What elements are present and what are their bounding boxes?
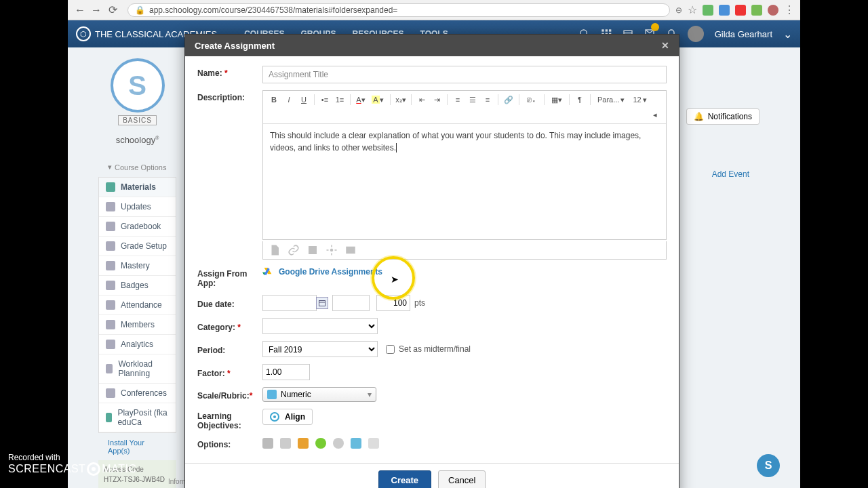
sidebar-item-materials[interactable]: Materials: [99, 178, 176, 197]
option-submission-icon[interactable]: [298, 438, 309, 449]
name-label: Name: *: [197, 66, 262, 78]
midterm-checkbox[interactable]: [386, 345, 395, 354]
forward-button[interactable]: →: [90, 3, 103, 17]
sidebar-item-mastery[interactable]: Mastery: [99, 256, 176, 276]
numeric-icon: [267, 390, 277, 399]
ext-4[interactable]: [751, 5, 762, 16]
font-size-select[interactable]: 12 ▾: [629, 94, 650, 106]
subscript-button[interactable]: x₂▾: [394, 93, 408, 106]
modal-body: Name: * Description: B I U •≡ 1≡ A▾ A▾: [185, 56, 679, 463]
google-drive-row[interactable]: Google Drive Assignments: [262, 266, 667, 277]
url-bar[interactable]: 🔒 app.schoology.com/course/2304467538/ma…: [127, 3, 670, 17]
letterbox-left: [0, 0, 68, 488]
updates-icon: [106, 202, 115, 211]
close-icon[interactable]: ✕: [661, 40, 669, 51]
sidebar-item-conferences[interactable]: Conferences: [99, 384, 176, 403]
svg-rect-4: [609, 29, 611, 31]
sidebar-item-playposit[interactable]: PlayPosit (fka eduCa: [99, 403, 176, 432]
access-code: HTZX-TSJ6-JWB4D: [104, 476, 171, 483]
category-label: Category: *: [197, 320, 262, 332]
option-copy-icon[interactable]: [368, 438, 379, 449]
attachment-bar: [262, 241, 667, 260]
align-center-button[interactable]: ☰: [466, 93, 479, 106]
scale-label: Scale/Rubric:*: [197, 388, 262, 401]
resource-icon[interactable]: [307, 244, 319, 256]
category-select[interactable]: [262, 318, 378, 334]
sidebar-item-updates[interactable]: Updates: [99, 197, 176, 217]
expand-button[interactable]: ◂: [648, 108, 662, 121]
assign-from-label: Assign From App:: [197, 266, 262, 288]
bullet-list-button[interactable]: •≡: [318, 93, 332, 106]
points-label: pts: [414, 298, 425, 308]
zoom-icon[interactable]: ⊖: [675, 5, 682, 15]
create-assignment-modal: Create Assignment ✕ Name: * Description:…: [184, 34, 679, 488]
paragraph-select[interactable]: Para...▾: [594, 94, 628, 106]
sidebar-item-grade-setup[interactable]: Grade Setup: [99, 237, 176, 256]
special-button[interactable]: ¶: [573, 93, 587, 106]
points-input[interactable]: [376, 295, 410, 311]
profile-icon[interactable]: [768, 5, 778, 16]
chevron-down-icon[interactable]: ⌄: [783, 28, 792, 41]
ext-2[interactable]: [719, 5, 730, 16]
file-icon[interactable]: [269, 244, 281, 256]
avatar[interactable]: [688, 26, 704, 42]
period-select[interactable]: Fall 2019: [262, 341, 378, 357]
back-button[interactable]: ←: [73, 3, 87, 17]
number-list-button[interactable]: 1≡: [333, 93, 347, 106]
align-right-button[interactable]: ≡: [481, 93, 494, 106]
option-grade-icon[interactable]: [333, 438, 344, 449]
sidebar-item-workload[interactable]: Workload Planning: [99, 354, 176, 384]
sidebar-item-badges[interactable]: Badges: [99, 276, 176, 296]
reload-button[interactable]: ⟳: [106, 3, 119, 17]
editor-content[interactable]: This should include a clear explanation …: [263, 124, 666, 239]
due-date-input[interactable]: [262, 295, 317, 311]
indent-button[interactable]: ⇥: [430, 93, 443, 106]
bold-button[interactable]: B: [267, 93, 281, 106]
link-button[interactable]: 🔗: [502, 93, 515, 106]
option-comment-icon[interactable]: [351, 438, 361, 449]
factor-input[interactable]: [262, 364, 310, 380]
table-button[interactable]: ▦▾: [548, 93, 566, 106]
link-attach-icon[interactable]: [288, 244, 300, 256]
outdent-button[interactable]: ⇤: [415, 93, 429, 106]
brand-icon: ⬡: [76, 26, 91, 41]
floating-help-button[interactable]: S: [757, 454, 780, 477]
modal-title: Create Assignment: [195, 41, 275, 51]
align-left-button[interactable]: ≡: [451, 93, 465, 106]
ext-3[interactable]: [735, 5, 746, 16]
highlight-button[interactable]: A▾: [369, 93, 387, 106]
cancel-button[interactable]: Cancel: [438, 470, 486, 488]
notifications-button[interactable]: 🔔 Notifications: [686, 108, 760, 125]
sidebar-item-analytics[interactable]: Analytics: [99, 335, 176, 354]
watermark-line1: Recorded with: [8, 453, 136, 462]
create-button[interactable]: Create: [378, 470, 431, 488]
calendar-button[interactable]: [316, 297, 328, 309]
sidebar-item-attendance[interactable]: Attendance: [99, 296, 176, 315]
tool-icon[interactable]: [326, 244, 338, 256]
align-button[interactable]: Align: [262, 409, 313, 425]
add-event-link[interactable]: Add Event: [712, 169, 749, 179]
option-individual-icon[interactable]: [262, 438, 273, 449]
due-time-input[interactable]: [332, 295, 370, 311]
google-drive-icon: [262, 266, 273, 277]
clear-format-button[interactable]: ⎚▾: [523, 93, 540, 106]
media-icon[interactable]: [344, 244, 357, 256]
ext-1[interactable]: [703, 5, 713, 16]
name-input[interactable]: [262, 66, 667, 83]
scale-select[interactable]: Numeric ▾: [262, 387, 376, 402]
editor-toolbar: B I U •≡ 1≡ A▾ A▾ x₂▾ ⇤ ⇥: [263, 91, 666, 124]
badges-icon: [106, 281, 115, 290]
text-color-button[interactable]: A▾: [354, 93, 368, 106]
option-lock-icon[interactable]: [280, 438, 291, 449]
option-publish-icon[interactable]: [315, 438, 326, 449]
midterm-label: Set as midterm/final: [399, 344, 471, 354]
course-options[interactable]: ▾Course Options: [98, 157, 176, 177]
star-icon[interactable]: ☆: [688, 3, 697, 16]
underline-button[interactable]: U: [297, 93, 311, 106]
sidebar-item-gradebook[interactable]: Gradebook: [99, 217, 176, 237]
menu-icon[interactable]: ⋮: [784, 3, 795, 16]
options-label: Options:: [197, 437, 262, 449]
svg-point-12: [330, 249, 334, 252]
sidebar-item-members[interactable]: Members: [99, 315, 176, 335]
italic-button[interactable]: I: [282, 93, 296, 106]
